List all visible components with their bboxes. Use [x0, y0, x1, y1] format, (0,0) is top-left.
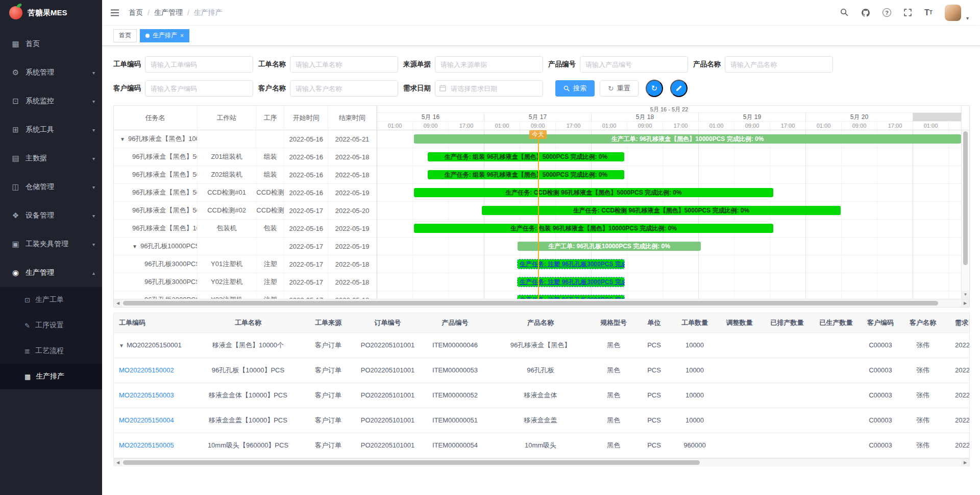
help-icon[interactable]: ? — [883, 8, 891, 17]
gantt-task-name: 96孔移液盒【黑色】5000PCS — [132, 152, 198, 161]
gantt-bar-task[interactable]: 生产任务: 组装 96孔移液盒【黑色】5000PCS 完成比例: 0% — [428, 170, 624, 179]
gantt-task-row[interactable]: ▼96孔移液盒【黑色】10000PCS2022-05-162022-05-21 — [114, 130, 377, 148]
work-order-name-input[interactable] — [290, 56, 398, 73]
orders-cell-name: 移液盒盒体【10000】PCS — [194, 383, 302, 408]
close-tab-icon[interactable]: × — [180, 32, 184, 39]
sidebar-item-system-monitor[interactable]: ⊡系统监控▾ — [0, 87, 102, 115]
filter-label-demand-date: 需求日期 — [403, 84, 431, 93]
gantt-task-row[interactable]: 96孔移液盒【黑色】5000PCSCCD检测#02CCD检测2022-05-17… — [114, 202, 377, 220]
work-order-code-link[interactable]: MO202205150001 — [127, 341, 182, 349]
github-icon[interactable] — [861, 8, 870, 17]
gantt-hour-cell: 01:00 — [592, 122, 627, 130]
sidebar-item-scheduling[interactable]: ▦生产排产 — [0, 364, 102, 389]
app-logo[interactable]: 苦糖果MES — [0, 0, 102, 26]
orders-row[interactable]: MO202205150003移液盒盒体【10000】PCS客户订单PO20220… — [114, 383, 969, 408]
table-hscroll-thumb[interactable] — [123, 460, 700, 465]
gantt-task-row[interactable]: 96孔孔板3000PCSY02注塑机注塑2022-05-172022-05-18 — [114, 273, 377, 291]
gantt-bar-task[interactable]: 生产任务: 包装 96孔移液盒【黑色】10000PCS 完成比例: 0% — [414, 224, 773, 233]
tree-expand-icon[interactable]: ▼ — [132, 244, 137, 249]
gantt-bar-task[interactable]: 生产任务: 注塑 96孔孔板3000PCS 完成比例: 0% — [518, 277, 624, 287]
gantt-bar-order[interactable]: 生产工单: 96孔移液盒【黑色】10000PCS 完成比例: 0% — [414, 134, 961, 144]
orders-cell-scheduled_qty — [762, 408, 812, 433]
gantt-bar-order[interactable]: 生产工单: 96孔孔板10000PCS 完成比例: 0% — [518, 242, 701, 251]
fullscreen-icon[interactable] — [903, 8, 912, 17]
hscroll-thumb[interactable] — [123, 301, 938, 305]
filter-field-source-doc: 来源单据 — [403, 56, 543, 73]
tree-expand-icon[interactable]: ▼ — [120, 136, 125, 142]
vscroll-thumb[interactable] — [963, 131, 968, 265]
vscroll-track[interactable] — [962, 130, 969, 291]
product-name-input[interactable] — [725, 56, 833, 73]
sidebar-item-master-data[interactable]: ▤主数据▾ — [0, 144, 102, 173]
sidebar-item-equipment[interactable]: ❖设备管理▾ — [0, 201, 102, 230]
work-order-code-link[interactable]: MO202205150003 — [119, 391, 174, 399]
customer-code-input[interactable] — [145, 80, 253, 97]
sidebar-toggle-icon[interactable] — [110, 9, 119, 17]
avatar[interactable] — [945, 5, 961, 21]
gantt-task-row[interactable]: 96孔移液盒【黑色】5000PCSZ01组装机组装2022-05-162022-… — [114, 148, 377, 166]
gantt-bar-task[interactable]: 生产任务: 组装 96孔移液盒【黑色】5000PCS 完成比例: 0% — [428, 152, 624, 161]
search-icon[interactable] — [840, 8, 849, 17]
gantt-bar-task[interactable]: 生产任务: 注塑 96孔孔板3000PCS 完成比例: 0% — [518, 260, 624, 269]
sidebar-item-system-admin[interactable]: ⚙系统管理▾ — [0, 58, 102, 87]
gantt-bar-task[interactable]: 生产任务: CCD检测 96孔移液盒【黑色】5000PCS 完成比例: 0% — [482, 206, 841, 215]
sidebar-item-process-flow[interactable]: ≣工艺流程 — [0, 338, 102, 364]
gantt-bar-task[interactable]: 生产任务: CCD检测 96孔移液盒【黑色】5000PCS 完成比例: 0% — [414, 188, 773, 197]
customer-name-input[interactable] — [290, 80, 398, 97]
gantt-day-cell: 5月 19 — [699, 113, 806, 121]
gantt-task-row[interactable]: 96孔孔板3000PCSY01注塑机注塑2022-05-172022-05-18 — [114, 255, 377, 273]
table-hscroll-right-arrow[interactable]: ▶ — [961, 459, 969, 466]
gantt-horizontal-scrollbar[interactable]: ◀ ▶ — [114, 299, 969, 307]
gantt-task-row[interactable]: 96孔孔板3000PCSY03注塑机注塑2022-05-172022-05-18 — [114, 291, 377, 299]
work-order-code-link[interactable]: MO202205150002 — [119, 366, 174, 374]
sync-button[interactable]: ↻ — [646, 80, 663, 97]
orders-header-row: 工单编码工单名称工单来源订单编号产品编号产品名称规格型号单位工单数量调整数量已排… — [114, 313, 969, 333]
avatar-caret-icon[interactable]: ▾ — [966, 15, 969, 21]
orders-col-header: 已生产数量 — [812, 313, 860, 333]
vscroll-spacer — [962, 106, 969, 130]
gantt-vertical-scrollbar[interactable]: ▼ — [961, 106, 969, 299]
sidebar-item-system-tools[interactable]: ⊞系统工具▾ — [0, 115, 102, 144]
sidebar-item-home[interactable]: ▦首页 — [0, 30, 102, 58]
sidebar-item-process-setting[interactable]: ✎工序设置 — [0, 313, 102, 338]
date-input-wrap — [435, 80, 543, 97]
gantt-task-name-cell: ▼96孔孔板10000PCS — [114, 238, 198, 255]
sidebar-item-production[interactable]: ◉生产管理▴ — [0, 258, 102, 287]
hscroll-right-arrow[interactable]: ▶ — [961, 299, 969, 307]
breadcrumb-item[interactable]: 生产管理 — [154, 8, 183, 17]
gantt-task-row[interactable]: ▼96孔孔板10000PCS2022-05-172022-05-19 — [114, 238, 377, 255]
vscroll-down-arrow[interactable]: ▼ — [962, 291, 969, 299]
gantt-task-name-cell: 96孔移液盒【黑色】5000PCS — [114, 148, 198, 166]
orders-table-clip: 工单编码工单名称工单来源订单编号产品编号产品名称规格型号单位工单数量调整数量已排… — [114, 313, 969, 458]
orders-col-header: 工单数量 — [673, 313, 717, 333]
hscroll-left-arrow[interactable]: ◀ — [114, 299, 122, 307]
breadcrumb-item[interactable]: 首页 — [129, 8, 143, 17]
gantt-task-row[interactable]: 96孔移液盒【黑色】5000PCSZ02组装机组装2022-05-162022-… — [114, 166, 377, 184]
edit-button[interactable] — [670, 80, 688, 97]
gantt-bar-task[interactable]: 生产任务: 注塑 96孔孔板3000PCS 完成比例: 0% — [518, 295, 624, 299]
reset-button[interactable]: ↻重置 — [600, 80, 639, 97]
orders-row[interactable]: MO202205150004移液盒盒盖【10000】PCS客户订单PO20220… — [114, 408, 969, 433]
orders-row[interactable]: ▼MO202205150001移液盒【黑色】10000个客户订单PO202205… — [114, 333, 969, 358]
gantt-task-row[interactable]: 96孔移液盒【黑色】10000PCS包装机包装2022-05-162022-05… — [114, 220, 377, 238]
orders-row[interactable]: MO20220515000510mm吸头【960000】PCS客户订单PO202… — [114, 433, 969, 458]
row-expand-icon[interactable]: ▼ — [119, 343, 124, 348]
tab-scheduling[interactable]: 生产排产× — [140, 29, 189, 42]
work-order-code-input[interactable] — [145, 56, 253, 73]
orders-row[interactable]: MO20220515000296孔孔板【10000】PCS客户订单PO20220… — [114, 358, 969, 383]
sidebar-item-fixture[interactable]: ▣工装夹具管理▾ — [0, 230, 102, 258]
sidebar-item-warehouse[interactable]: ◫仓储管理▾ — [0, 173, 102, 201]
search-button[interactable]: 搜索 — [555, 80, 595, 97]
sidebar-item-work-order[interactable]: ⊡生产工单 — [0, 287, 102, 313]
gantt-task-row[interactable]: 96孔移液盒【黑色】5000PCSCCD检测#01CCD检测2022-05-16… — [114, 184, 377, 202]
filter-field-work-order-code: 工单编码 — [113, 56, 253, 73]
demand-date-input[interactable] — [435, 80, 543, 97]
work-order-code-link[interactable]: MO202205150004 — [119, 416, 174, 424]
tab-home[interactable]: 首页 — [113, 29, 137, 42]
table-horizontal-scrollbar[interactable]: ◀ ▶ — [114, 458, 969, 466]
font-size-icon[interactable]: TT — [924, 8, 933, 17]
product-code-input[interactable] — [580, 56, 688, 73]
source-doc-input[interactable] — [435, 56, 543, 73]
work-order-code-link[interactable]: MO202205150005 — [119, 441, 174, 449]
table-hscroll-left-arrow[interactable]: ◀ — [114, 459, 122, 466]
